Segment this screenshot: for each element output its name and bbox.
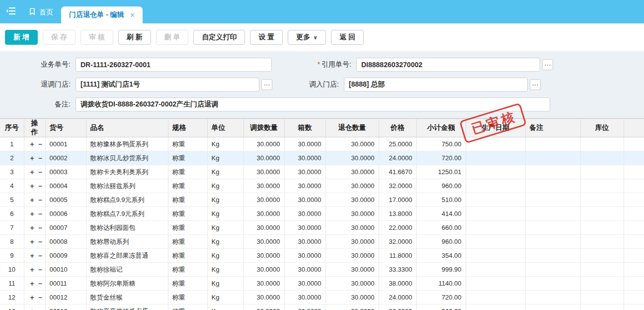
more-button[interactable]: 更多 ∨ bbox=[288, 30, 326, 45]
remove-row-button[interactable]: − bbox=[38, 280, 42, 288]
cell-price: 13.8000 bbox=[379, 207, 416, 221]
in-store-input[interactable] bbox=[344, 78, 528, 92]
in-store-lookup-button[interactable]: ⋯ bbox=[530, 79, 541, 90]
remark-input[interactable] bbox=[76, 98, 550, 111]
add-row-button[interactable]: + bbox=[30, 308, 34, 310]
settings-button[interactable]: 设 置 bbox=[250, 30, 283, 45]
remove-row-button[interactable]: − bbox=[38, 308, 42, 310]
cell-prod_date bbox=[466, 235, 525, 249]
table-row[interactable]: 2+−00002散称冰贝儿炒货系列称重Kg30.000030.000030.00… bbox=[0, 151, 644, 165]
cell-code: 00011 bbox=[45, 277, 86, 291]
add-row-button[interactable]: + bbox=[30, 182, 34, 190]
add-row-button[interactable]: + bbox=[30, 280, 34, 288]
add-row-button[interactable]: + bbox=[30, 210, 34, 218]
add-row-button[interactable]: + bbox=[30, 168, 34, 176]
table-row[interactable]: 1+−00001散称豫林多鸭蛋系列称重Kg30.000030.000030.00… bbox=[0, 137, 644, 151]
ref-no-lookup-button[interactable]: ⋯ bbox=[542, 59, 553, 70]
table-row[interactable]: 7+−00007散称达利园面包称重Kg30.000030.000030.0000… bbox=[0, 221, 644, 235]
cell-seq: 8 bbox=[0, 235, 24, 249]
remove-row-button[interactable]: − bbox=[38, 252, 42, 260]
col-boxes: 箱数 bbox=[284, 119, 325, 137]
menu-toggle-button[interactable] bbox=[6, 7, 16, 16]
table-row[interactable]: 6+−00006散称糕点7.9元系列称重Kg30.000030.000030.0… bbox=[0, 207, 644, 221]
table-row[interactable]: 11+−00011散称阿尔卑斯糖称重Kg30.000030.000030.000… bbox=[0, 277, 644, 291]
cell-spec: 称重 bbox=[168, 305, 207, 310]
cell-transfer_qty: 30.0000 bbox=[243, 305, 284, 310]
col-prod-date: 生产日期 bbox=[466, 119, 525, 137]
save-button[interactable]: 保 存 bbox=[43, 30, 76, 45]
add-row-button[interactable]: + bbox=[30, 154, 34, 162]
cell-filler bbox=[624, 151, 644, 165]
cell-boxes: 30.0000 bbox=[284, 137, 325, 151]
table-row[interactable]: 5+−00005散称糕点9.9元系列称重Kg30.000030.000030.0… bbox=[0, 193, 644, 207]
tab-active[interactable]: 门店退仓单 - 编辑 × bbox=[61, 6, 143, 23]
cell-ops: +− bbox=[24, 151, 45, 165]
cell-remark bbox=[525, 305, 580, 310]
audit-button[interactable]: 审 核 bbox=[80, 30, 113, 45]
in-store-label: 调入门店: bbox=[272, 80, 344, 89]
cell-filler bbox=[624, 291, 644, 305]
table-row[interactable]: 13+−00013散称亲亲脆鸡爪卤蛋称重Kg30.000030.000030.0… bbox=[0, 305, 644, 310]
cell-name: 散称冰贝儿炒货系列 bbox=[86, 151, 168, 165]
add-button[interactable]: 新 增 bbox=[5, 30, 38, 45]
refresh-button[interactable]: 刷 新 bbox=[118, 30, 151, 45]
return-store-lookup-button[interactable]: ⋯ bbox=[261, 79, 272, 90]
cell-return_qty: 30.0000 bbox=[325, 165, 379, 179]
cell-prod_date bbox=[466, 305, 525, 310]
add-row-button[interactable]: + bbox=[30, 224, 34, 232]
bookmark-icon bbox=[29, 8, 36, 17]
remove-row-button[interactable]: − bbox=[38, 210, 42, 218]
remove-row-button[interactable]: − bbox=[38, 266, 42, 274]
cell-code: 00009 bbox=[45, 249, 86, 263]
cell-subtotal: 414.00 bbox=[416, 207, 466, 221]
remove-row-button[interactable]: − bbox=[38, 238, 42, 246]
table-row[interactable]: 9+−00009散称喜之郎果冻普通称重Kg30.000030.000030.00… bbox=[0, 249, 644, 263]
add-row-button[interactable]: + bbox=[30, 196, 34, 204]
cell-spec: 称重 bbox=[168, 249, 207, 263]
cell-name: 散称糕点7.9元系列 bbox=[86, 207, 168, 221]
table-row[interactable]: 3+−00003散称卡夫奥利奥系列称重Kg30.000030.000030.00… bbox=[0, 165, 644, 179]
delete-button[interactable]: 删 单 bbox=[156, 30, 189, 45]
cell-location bbox=[580, 137, 624, 151]
table-row[interactable]: 10+−00010散称徐福记称重Kg30.000030.000030.00003… bbox=[0, 263, 644, 277]
cell-filler bbox=[624, 249, 644, 263]
toolbar: 新 增 保 存 审 核 刷 新 删 单 自定义打印 设 置 更多 ∨ 返 回 bbox=[0, 23, 644, 51]
add-row-button[interactable]: + bbox=[30, 238, 34, 246]
cell-prod_date bbox=[466, 179, 525, 193]
custom-print-button[interactable]: 自定义打印 bbox=[193, 30, 245, 45]
add-row-button[interactable]: + bbox=[30, 140, 34, 148]
remove-row-button[interactable]: − bbox=[38, 224, 42, 232]
remove-row-button[interactable]: − bbox=[38, 168, 42, 176]
cell-name: 散称达利园面包 bbox=[86, 221, 168, 235]
close-icon[interactable]: × bbox=[130, 11, 135, 19]
cell-filler bbox=[624, 179, 644, 193]
table-row[interactable]: 4+−00004散称法丽兹系列称重Kg30.000030.000030.0000… bbox=[0, 179, 644, 193]
cell-unit: Kg bbox=[207, 291, 243, 305]
cell-unit: Kg bbox=[207, 207, 243, 221]
cell-subtotal: 960.00 bbox=[416, 179, 466, 193]
cell-return_qty: 30.0000 bbox=[325, 207, 379, 221]
remove-row-button[interactable]: − bbox=[38, 154, 42, 162]
remove-row-button[interactable]: − bbox=[38, 196, 42, 204]
cell-name: 散称徐福记 bbox=[86, 263, 168, 277]
cell-subtotal: 1140.00 bbox=[416, 277, 466, 291]
remove-row-button[interactable]: − bbox=[38, 182, 42, 190]
table-row[interactable]: 8+−00008散称唇动系列称重Kg30.000030.000030.00003… bbox=[0, 235, 644, 249]
remove-row-button[interactable]: − bbox=[38, 140, 42, 148]
back-button[interactable]: 返 回 bbox=[331, 30, 364, 45]
cell-location bbox=[580, 207, 624, 221]
return-store-input[interactable] bbox=[76, 78, 259, 92]
cell-code: 00012 bbox=[45, 291, 86, 305]
tab-home[interactable]: 首页 bbox=[21, 8, 61, 17]
cell-subtotal: 1250.01 bbox=[416, 165, 466, 179]
add-row-button[interactable]: + bbox=[30, 252, 34, 260]
remove-row-button[interactable]: − bbox=[38, 294, 42, 302]
add-row-button[interactable]: + bbox=[30, 294, 34, 302]
business-no-input[interactable] bbox=[76, 58, 272, 72]
add-row-button[interactable]: + bbox=[30, 266, 34, 274]
cell-return_qty: 30.0000 bbox=[325, 291, 379, 305]
cell-prod_date bbox=[466, 165, 525, 179]
form-row-2: 退调门店: ⋯ 调入门店: ⋯ bbox=[0, 78, 644, 92]
table-row[interactable]: 12+−00012散货金丝猴称重Kg30.000030.000030.00002… bbox=[0, 291, 644, 305]
ref-no-input[interactable] bbox=[356, 58, 540, 72]
